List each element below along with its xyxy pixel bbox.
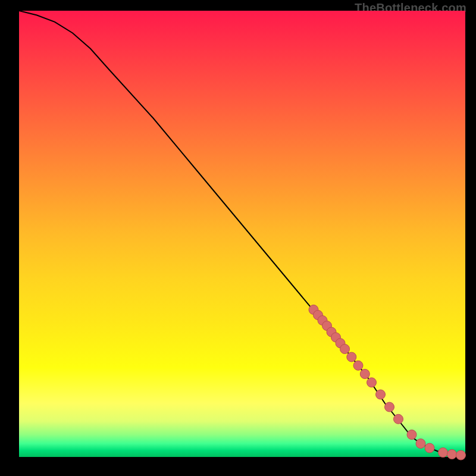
data-point bbox=[376, 390, 386, 399]
chart-svg bbox=[19, 11, 465, 457]
data-point bbox=[360, 369, 369, 379]
data-point bbox=[340, 345, 350, 354]
bottleneck-curve bbox=[19, 11, 465, 456]
data-point bbox=[407, 430, 416, 440]
data-point bbox=[416, 439, 425, 449]
data-point bbox=[347, 352, 356, 362]
data-point bbox=[439, 448, 448, 458]
data-point bbox=[367, 378, 377, 387]
data-point bbox=[353, 361, 363, 370]
data-point bbox=[456, 450, 466, 460]
data-point bbox=[394, 414, 403, 424]
scatter-points bbox=[309, 305, 466, 461]
chart-stage: TheBottleneck.com bbox=[0, 0, 476, 476]
data-point bbox=[425, 443, 434, 453]
plot-area bbox=[19, 11, 465, 457]
data-point bbox=[385, 402, 394, 412]
data-point bbox=[447, 450, 457, 459]
